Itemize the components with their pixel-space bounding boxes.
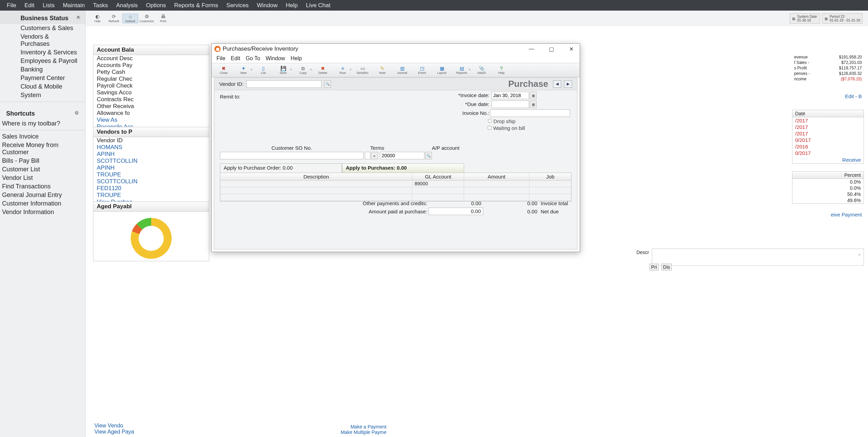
next-record-button[interactable]: ▶ [564,80,572,88]
modal-tb-delete[interactable]: ✖Delete [313,66,333,75]
menu-maintain[interactable]: Maintain [59,2,89,9]
gl-account-cell[interactable]: 89000 [412,181,464,187]
modal-tb-help[interactable]: ?Help [491,66,511,75]
modal-tb-row[interactable]: ≡Row▾ [333,66,353,75]
shortcut-customer-info[interactable]: Customer Information [0,199,85,208]
shortcut-toolbar-q[interactable]: Where is my toolbar? [0,119,85,128]
terms-input[interactable] [365,152,370,159]
vendor-row[interactable]: APINH [93,151,209,158]
view-vendor-link[interactable]: View Vendo [93,423,135,429]
nav-vendors-purchases[interactable]: Vendors & Purchases [0,32,85,48]
tb-customize[interactable]: ⚙Customize [139,14,155,23]
tab-apply-po[interactable]: Apply to Purchase Order: 0.00 [220,163,342,173]
shortcut-pay-bill[interactable]: Bills - Pay Bill [0,157,85,165]
tb-default[interactable]: ⌂Default [122,14,138,23]
shortcut-general-journal[interactable]: General Journal Entry [0,191,85,199]
terms-lookup[interactable]: ▸ [371,152,378,159]
modal-menu-file[interactable]: File [214,55,228,62]
system-date-badge[interactable]: ▦System Date:01-30-18 [790,13,820,24]
gear-icon[interactable]: ⚙ [75,110,79,116]
menu-services[interactable]: Services [222,2,253,9]
shortcut-customer-list[interactable]: Customer List [0,165,85,174]
drop-ship-checkbox[interactable]: Drop ship [488,118,515,124]
nav-customers-sales[interactable]: Customers & Sales [0,24,85,32]
tb-hide[interactable]: ◐Hide [90,14,105,23]
modal-tb-copy[interactable]: ⧉Copy▾ [293,66,313,75]
shortcut-receive-money[interactable]: Receive Money from Customer [0,141,85,157]
modal-menu-edit[interactable]: Edit [228,55,243,62]
modal-tb-layout[interactable]: ▦Layout [432,66,452,75]
ap-account-lookup[interactable]: 🔍 [425,152,432,159]
menu-window[interactable]: Window [253,2,281,9]
tab-apply-purchases[interactable]: Apply to Purchases: 0.00 [342,163,464,173]
vendor-row[interactable]: TROUPE [93,192,209,199]
menu-analysis[interactable]: Analysis [112,2,142,9]
tb-print[interactable]: 🖶Print [155,14,171,23]
nav-cloud-mobile[interactable]: Cloud & Mobile [0,82,85,91]
invoice-no-input[interactable] [490,109,570,117]
invoice-date-input[interactable] [491,92,529,99]
shortcut-vendor-info[interactable]: Vendor Information [0,208,85,216]
menu-reports[interactable]: Reports & Forms [170,2,222,9]
nav-banking[interactable]: Banking [0,65,85,74]
modal-menu-goto[interactable]: Go To [243,55,263,62]
modal-tb-new[interactable]: ✦New▾ [234,66,253,75]
modal-tb-note[interactable]: ✎Note [372,66,392,75]
vendor-id-input[interactable] [246,80,321,88]
tb-refresh[interactable]: ⟳Refresh [106,14,122,23]
vendor-row[interactable]: SCOTTCOLLIN [93,158,209,164]
shortcut-sales-invoice[interactable]: Sales Invoice [0,132,85,141]
make-payment-link[interactable]: Make a Payment [257,424,386,429]
maximize-button[interactable]: ▢ [545,46,557,52]
menu-livechat[interactable]: Live Chat [302,2,334,9]
modal-menu-window[interactable]: Window [263,55,288,62]
menu-help[interactable]: Help [281,2,302,9]
modal-tb-event[interactable]: ◳Event [412,66,432,75]
receive-payment-link[interactable]: eive Payment [831,212,862,217]
modal-tb-attach[interactable]: 📎Attach [472,66,491,75]
modal-tb-close[interactable]: ✖Close [214,66,234,75]
pin-icon[interactable]: ⇱ [77,15,80,20]
shortcut-vendor-list[interactable]: Vendor List [0,174,85,182]
prev-record-button[interactable]: ◀ [553,80,561,88]
menu-tasks[interactable]: Tasks [89,2,112,9]
vendor-lookup-button[interactable]: 🔍 [324,80,331,88]
menu-edit[interactable]: Edit [20,2,38,9]
minimize-button[interactable]: — [526,46,537,52]
chevron-icon[interactable]: ⌄ [857,251,862,256]
due-date-input[interactable] [491,101,529,108]
modal-tb-journal[interactable]: ▥Journal [392,66,412,75]
vendor-row[interactable]: TROUPE [93,171,209,178]
invoice-date-picker[interactable]: ▦ [530,92,537,99]
vendor-row[interactable]: HOMANS [93,144,209,151]
description-box[interactable]: Descr ⌄ [652,249,864,266]
menu-lists[interactable]: Lists [39,2,59,9]
nav-employees-payroll[interactable]: Employees & Payroll [0,57,85,65]
acct-link-view[interactable]: View As [93,117,209,123]
vendor-row[interactable]: APINH [93,164,209,171]
dis-button[interactable]: Dis [661,264,672,270]
vendor-row[interactable]: SCOTTCOLLIN [93,178,209,185]
menu-options[interactable]: Options [142,2,170,9]
modal-tb-save[interactable]: 💾Save▾ [273,66,293,75]
nav-inventory-services[interactable]: Inventory & Services [0,48,85,57]
ap-account-input[interactable] [380,152,424,159]
amount-paid-input[interactable]: 0.00 [429,208,483,215]
modal-tb-list[interactable]: ▯List [253,66,273,75]
due-date-picker[interactable]: ▦ [530,101,537,108]
shortcut-find-transactions[interactable]: Find Transactions [0,182,85,191]
grid-row[interactable] [220,187,571,194]
nav-payment-center[interactable]: Payment Center [0,74,85,82]
menu-file[interactable]: File [3,2,20,9]
vendor-row[interactable]: FED1120 [93,185,209,192]
make-multiple-payments-link[interactable]: Make Multiple Payme [257,429,386,435]
view-aged-payable-link[interactable]: View Aged Paya [93,429,135,435]
pri-button[interactable]: Pri [649,264,659,270]
waiting-on-bill-checkbox[interactable]: Waiting on bill [487,125,525,131]
grid-row[interactable]: 89000 [220,181,571,187]
modal-menu-help[interactable]: Help [288,55,305,62]
modal-tb-serialno[interactable]: ▭SerialNo [353,66,372,75]
nav-system[interactable]: System [0,91,85,100]
period-badge[interactable]: ▦Period 22:01-01-18 - 01-31-18 [822,13,863,24]
edit-link[interactable]: Edit - B [845,93,862,99]
